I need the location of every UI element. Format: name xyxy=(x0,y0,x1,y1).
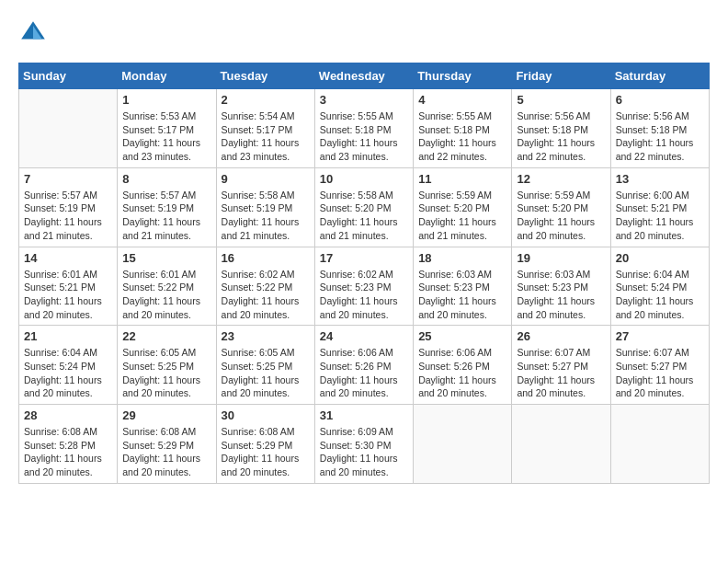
calendar-header-wednesday: Wednesday xyxy=(314,63,413,89)
day-number: 24 xyxy=(320,329,408,343)
calendar-cell: 4Sunrise: 5:55 AM Sunset: 5:18 PM Daylig… xyxy=(414,89,512,168)
calendar-header-tuesday: Tuesday xyxy=(216,63,314,89)
day-info: Sunrise: 6:07 AM Sunset: 5:27 PM Dayligh… xyxy=(517,346,605,400)
day-number: 13 xyxy=(616,172,704,186)
day-number: 4 xyxy=(418,93,506,107)
calendar-cell: 3Sunrise: 5:55 AM Sunset: 5:18 PM Daylig… xyxy=(314,89,413,168)
calendar-cell xyxy=(610,405,709,484)
day-number: 16 xyxy=(222,251,310,265)
day-info: Sunrise: 6:08 AM Sunset: 5:29 PM Dayligh… xyxy=(222,425,310,479)
calendar-cell: 27Sunrise: 6:07 AM Sunset: 5:27 PM Dayli… xyxy=(610,326,709,405)
day-number: 14 xyxy=(24,251,112,265)
day-info: Sunrise: 6:05 AM Sunset: 5:25 PM Dayligh… xyxy=(122,346,210,400)
day-info: Sunrise: 6:08 AM Sunset: 5:28 PM Dayligh… xyxy=(24,425,112,479)
calendar-cell: 26Sunrise: 6:07 AM Sunset: 5:27 PM Dayli… xyxy=(512,326,610,405)
calendar-cell xyxy=(512,405,610,484)
day-info: Sunrise: 6:06 AM Sunset: 5:26 PM Dayligh… xyxy=(418,346,506,400)
day-number: 18 xyxy=(418,251,506,265)
calendar-week-row: 1Sunrise: 5:53 AM Sunset: 5:17 PM Daylig… xyxy=(19,89,710,168)
day-info: Sunrise: 5:53 AM Sunset: 5:17 PM Dayligh… xyxy=(122,109,210,164)
day-number: 19 xyxy=(517,251,605,265)
day-info: Sunrise: 6:07 AM Sunset: 5:27 PM Dayligh… xyxy=(616,346,704,400)
calendar-header-monday: Monday xyxy=(118,63,216,89)
day-number: 23 xyxy=(222,329,310,343)
day-info: Sunrise: 5:57 AM Sunset: 5:19 PM Dayligh… xyxy=(122,189,210,243)
calendar-cell xyxy=(19,89,118,168)
day-number: 17 xyxy=(320,251,408,265)
day-number: 1 xyxy=(122,93,210,107)
calendar-cell: 7Sunrise: 5:57 AM Sunset: 5:19 PM Daylig… xyxy=(19,167,118,247)
day-number: 31 xyxy=(320,408,408,422)
day-number: 5 xyxy=(517,93,605,107)
day-number: 8 xyxy=(122,172,210,186)
day-info: Sunrise: 5:58 AM Sunset: 5:20 PM Dayligh… xyxy=(320,189,408,243)
day-info: Sunrise: 6:08 AM Sunset: 5:29 PM Dayligh… xyxy=(122,425,210,479)
calendar-cell: 19Sunrise: 6:03 AM Sunset: 5:23 PM Dayli… xyxy=(512,247,610,326)
calendar-cell: 28Sunrise: 6:08 AM Sunset: 5:28 PM Dayli… xyxy=(19,405,118,484)
calendar-cell: 16Sunrise: 6:02 AM Sunset: 5:22 PM Dayli… xyxy=(216,247,314,326)
day-info: Sunrise: 6:06 AM Sunset: 5:26 PM Dayligh… xyxy=(320,346,408,400)
day-number: 25 xyxy=(418,329,506,343)
day-number: 15 xyxy=(122,251,210,265)
day-number: 11 xyxy=(418,172,506,186)
svg-marker-1 xyxy=(33,26,42,39)
day-info: Sunrise: 5:58 AM Sunset: 5:19 PM Dayligh… xyxy=(222,189,310,243)
calendar-cell xyxy=(414,405,512,484)
calendar-cell: 21Sunrise: 6:04 AM Sunset: 5:24 PM Dayli… xyxy=(19,326,118,405)
calendar-cell: 13Sunrise: 6:00 AM Sunset: 5:21 PM Dayli… xyxy=(610,167,709,247)
day-info: Sunrise: 6:03 AM Sunset: 5:23 PM Dayligh… xyxy=(517,268,605,322)
day-info: Sunrise: 6:04 AM Sunset: 5:24 PM Dayligh… xyxy=(616,268,704,322)
calendar-cell: 9Sunrise: 5:58 AM Sunset: 5:19 PM Daylig… xyxy=(216,167,314,247)
calendar-cell: 29Sunrise: 6:08 AM Sunset: 5:29 PM Dayli… xyxy=(118,405,216,484)
day-info: Sunrise: 6:01 AM Sunset: 5:21 PM Dayligh… xyxy=(24,268,112,322)
calendar-week-row: 21Sunrise: 6:04 AM Sunset: 5:24 PM Dayli… xyxy=(19,326,710,405)
calendar-cell: 20Sunrise: 6:04 AM Sunset: 5:24 PM Dayli… xyxy=(610,247,709,326)
calendar-cell: 31Sunrise: 6:09 AM Sunset: 5:30 PM Dayli… xyxy=(314,405,413,484)
calendar-week-row: 28Sunrise: 6:08 AM Sunset: 5:28 PM Dayli… xyxy=(19,405,710,484)
calendar-cell: 5Sunrise: 5:56 AM Sunset: 5:18 PM Daylig… xyxy=(512,89,610,168)
calendar-cell: 14Sunrise: 6:01 AM Sunset: 5:21 PM Dayli… xyxy=(19,247,118,326)
calendar-header-friday: Friday xyxy=(512,63,610,89)
day-number: 7 xyxy=(24,172,112,186)
logo-icon xyxy=(18,18,48,48)
calendar-cell: 25Sunrise: 6:06 AM Sunset: 5:26 PM Dayli… xyxy=(414,326,512,405)
logo xyxy=(18,18,51,48)
day-number: 9 xyxy=(222,172,310,186)
day-info: Sunrise: 6:01 AM Sunset: 5:22 PM Dayligh… xyxy=(122,268,210,322)
calendar-cell: 18Sunrise: 6:03 AM Sunset: 5:23 PM Dayli… xyxy=(414,247,512,326)
calendar-cell: 1Sunrise: 5:53 AM Sunset: 5:17 PM Daylig… xyxy=(118,89,216,168)
calendar-cell: 12Sunrise: 5:59 AM Sunset: 5:20 PM Dayli… xyxy=(512,167,610,247)
day-number: 3 xyxy=(320,93,408,107)
day-number: 21 xyxy=(24,329,112,343)
day-number: 6 xyxy=(616,93,704,107)
day-number: 26 xyxy=(517,329,605,343)
calendar-cell: 17Sunrise: 6:02 AM Sunset: 5:23 PM Dayli… xyxy=(314,247,413,326)
day-info: Sunrise: 6:03 AM Sunset: 5:23 PM Dayligh… xyxy=(418,268,506,322)
day-info: Sunrise: 6:09 AM Sunset: 5:30 PM Dayligh… xyxy=(320,425,408,479)
day-info: Sunrise: 5:59 AM Sunset: 5:20 PM Dayligh… xyxy=(517,189,605,243)
calendar-cell: 23Sunrise: 6:05 AM Sunset: 5:25 PM Dayli… xyxy=(216,326,314,405)
day-info: Sunrise: 6:02 AM Sunset: 5:22 PM Dayligh… xyxy=(222,268,310,322)
day-info: Sunrise: 5:56 AM Sunset: 5:18 PM Dayligh… xyxy=(517,109,605,164)
calendar-cell: 15Sunrise: 6:01 AM Sunset: 5:22 PM Dayli… xyxy=(118,247,216,326)
day-number: 20 xyxy=(616,251,704,265)
calendar-header-saturday: Saturday xyxy=(610,63,709,89)
calendar-cell: 6Sunrise: 5:56 AM Sunset: 5:18 PM Daylig… xyxy=(610,89,709,168)
day-number: 12 xyxy=(517,172,605,186)
day-number: 30 xyxy=(222,408,310,422)
calendar-table: SundayMondayTuesdayWednesdayThursdayFrid… xyxy=(18,63,710,484)
day-info: Sunrise: 5:56 AM Sunset: 5:18 PM Dayligh… xyxy=(616,109,704,164)
page-header xyxy=(18,18,710,48)
calendar-header-row: SundayMondayTuesdayWednesdayThursdayFrid… xyxy=(19,63,710,89)
calendar-cell: 22Sunrise: 6:05 AM Sunset: 5:25 PM Dayli… xyxy=(118,326,216,405)
day-info: Sunrise: 6:04 AM Sunset: 5:24 PM Dayligh… xyxy=(24,346,112,400)
day-info: Sunrise: 6:05 AM Sunset: 5:25 PM Dayligh… xyxy=(222,346,310,400)
day-info: Sunrise: 6:02 AM Sunset: 5:23 PM Dayligh… xyxy=(320,268,408,322)
calendar-cell: 11Sunrise: 5:59 AM Sunset: 5:20 PM Dayli… xyxy=(414,167,512,247)
day-info: Sunrise: 5:55 AM Sunset: 5:18 PM Dayligh… xyxy=(320,109,408,164)
day-info: Sunrise: 5:57 AM Sunset: 5:19 PM Dayligh… xyxy=(24,189,112,243)
day-number: 10 xyxy=(320,172,408,186)
day-number: 22 xyxy=(122,329,210,343)
calendar-cell: 2Sunrise: 5:54 AM Sunset: 5:17 PM Daylig… xyxy=(216,89,314,168)
calendar-cell: 30Sunrise: 6:08 AM Sunset: 5:29 PM Dayli… xyxy=(216,405,314,484)
